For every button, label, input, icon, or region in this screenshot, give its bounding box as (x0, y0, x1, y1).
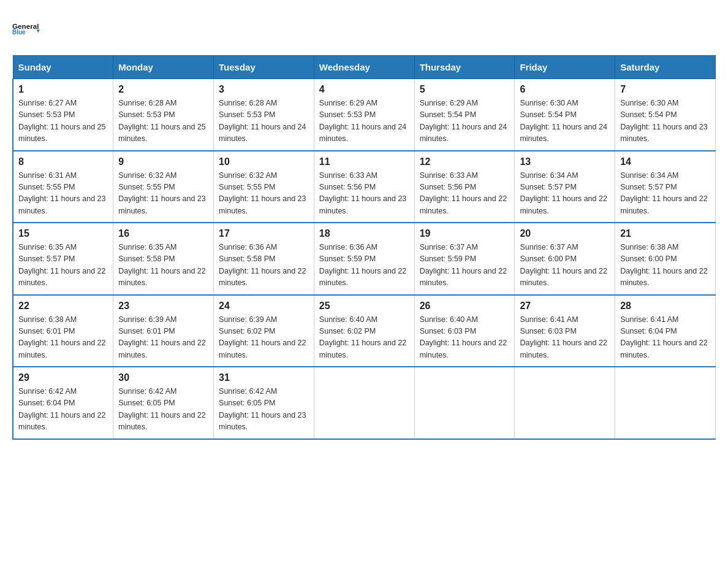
daylight-label: Daylight: 11 hours and 22 minutes. (319, 339, 406, 359)
day-info: Sunrise: 6:39 AM Sunset: 6:01 PM Dayligh… (118, 314, 208, 362)
day-info: Sunrise: 6:42 AM Sunset: 6:05 PM Dayligh… (118, 386, 208, 434)
day-number: 17 (219, 228, 309, 239)
logo: General Blue (12, 12, 43, 43)
svg-marker-1 (37, 29, 40, 33)
calendar-cell: 24 Sunrise: 6:39 AM Sunset: 6:02 PM Dayl… (214, 295, 314, 367)
calendar-week-row: 22 Sunrise: 6:38 AM Sunset: 6:01 PM Dayl… (13, 295, 716, 367)
daylight-label: Daylight: 11 hours and 24 minutes. (219, 123, 306, 143)
day-info: Sunrise: 6:32 AM Sunset: 5:55 PM Dayligh… (118, 170, 208, 218)
daylight-label: Daylight: 11 hours and 22 minutes. (620, 339, 707, 359)
daylight-label: Daylight: 11 hours and 22 minutes. (420, 194, 507, 215)
daylight-label: Daylight: 11 hours and 22 minutes. (18, 339, 105, 359)
daylight-label: Daylight: 11 hours and 25 minutes. (18, 123, 105, 143)
day-number: 31 (219, 372, 309, 383)
day-info: Sunrise: 6:38 AM Sunset: 6:01 PM Dayligh… (18, 314, 108, 362)
calendar-cell: 13 Sunrise: 6:34 AM Sunset: 5:57 PM Dayl… (515, 151, 615, 223)
sunset-label: Sunset: 5:58 PM (118, 255, 175, 263)
daylight-label: Daylight: 11 hours and 24 minutes. (319, 123, 406, 143)
sunset-label: Sunset: 6:01 PM (118, 327, 175, 335)
svg-text:Blue: Blue (12, 29, 26, 36)
sunrise-label: Sunrise: 6:28 AM (219, 99, 277, 107)
day-info: Sunrise: 6:29 AM Sunset: 5:53 PM Dayligh… (319, 98, 409, 145)
day-number: 6 (520, 84, 610, 95)
logo-image: General Blue (12, 12, 43, 43)
sunset-label: Sunset: 6:02 PM (319, 327, 376, 335)
sunrise-label: Sunrise: 6:40 AM (319, 315, 377, 324)
daylight-label: Daylight: 11 hours and 22 minutes. (118, 411, 205, 431)
daylight-label: Daylight: 11 hours and 22 minutes. (620, 194, 707, 215)
day-number: 18 (319, 228, 409, 239)
calendar-cell: 10 Sunrise: 6:32 AM Sunset: 5:55 PM Dayl… (214, 151, 314, 223)
daylight-label: Daylight: 11 hours and 23 minutes. (219, 194, 306, 215)
sunset-label: Sunset: 5:55 PM (118, 183, 175, 191)
sunrise-label: Sunrise: 6:35 AM (118, 243, 176, 251)
day-info: Sunrise: 6:40 AM Sunset: 6:03 PM Dayligh… (420, 314, 510, 362)
calendar-week-row: 29 Sunrise: 6:42 AM Sunset: 6:04 PM Dayl… (13, 367, 716, 439)
day-number: 14 (620, 156, 710, 167)
day-number: 22 (18, 301, 108, 312)
day-info: Sunrise: 6:33 AM Sunset: 5:56 PM Dayligh… (420, 170, 510, 218)
weekday-header-sunday: Sunday (13, 56, 113, 79)
calendar-cell: 29 Sunrise: 6:42 AM Sunset: 6:04 PM Dayl… (13, 367, 113, 439)
sunrise-label: Sunrise: 6:34 AM (520, 171, 578, 180)
daylight-label: Daylight: 11 hours and 22 minutes. (219, 267, 306, 287)
sunrise-label: Sunrise: 6:33 AM (420, 171, 478, 180)
daylight-label: Daylight: 11 hours and 22 minutes. (118, 267, 205, 287)
calendar-cell: 21 Sunrise: 6:38 AM Sunset: 6:00 PM Dayl… (615, 223, 716, 295)
day-info: Sunrise: 6:36 AM Sunset: 5:58 PM Dayligh… (219, 242, 309, 289)
sunset-label: Sunset: 5:57 PM (18, 255, 75, 263)
sunrise-label: Sunrise: 6:34 AM (620, 171, 678, 180)
sunrise-label: Sunrise: 6:33 AM (319, 171, 377, 180)
day-info: Sunrise: 6:29 AM Sunset: 5:54 PM Dayligh… (420, 98, 510, 145)
day-info: Sunrise: 6:42 AM Sunset: 6:04 PM Dayligh… (18, 386, 108, 434)
calendar-cell: 12 Sunrise: 6:33 AM Sunset: 5:56 PM Dayl… (414, 151, 515, 223)
day-number: 10 (219, 156, 309, 167)
calendar-cell: 18 Sunrise: 6:36 AM Sunset: 5:59 PM Dayl… (314, 223, 414, 295)
calendar-cell: 8 Sunrise: 6:31 AM Sunset: 5:55 PM Dayli… (13, 151, 113, 223)
sunrise-label: Sunrise: 6:28 AM (118, 99, 176, 107)
sunrise-label: Sunrise: 6:39 AM (118, 315, 176, 324)
calendar-cell: 20 Sunrise: 6:37 AM Sunset: 6:00 PM Dayl… (515, 223, 615, 295)
day-info: Sunrise: 6:28 AM Sunset: 5:53 PM Dayligh… (118, 98, 208, 145)
calendar-cell: 1 Sunrise: 6:27 AM Sunset: 5:53 PM Dayli… (13, 79, 113, 151)
calendar-cell: 16 Sunrise: 6:35 AM Sunset: 5:58 PM Dayl… (113, 223, 214, 295)
sunset-label: Sunset: 6:01 PM (18, 327, 75, 335)
day-info: Sunrise: 6:40 AM Sunset: 6:02 PM Dayligh… (319, 314, 409, 362)
daylight-label: Daylight: 11 hours and 23 minutes. (319, 194, 406, 215)
daylight-label: Daylight: 11 hours and 22 minutes. (620, 267, 707, 287)
calendar-cell: 5 Sunrise: 6:29 AM Sunset: 5:54 PM Dayli… (414, 79, 515, 151)
daylight-label: Daylight: 11 hours and 25 minutes. (118, 123, 205, 143)
day-info: Sunrise: 6:37 AM Sunset: 6:00 PM Dayligh… (520, 242, 610, 289)
sunrise-label: Sunrise: 6:42 AM (18, 387, 77, 396)
day-number: 4 (319, 84, 409, 95)
calendar-cell: 26 Sunrise: 6:40 AM Sunset: 6:03 PM Dayl… (414, 295, 515, 367)
daylight-label: Daylight: 11 hours and 23 minutes. (219, 411, 306, 431)
sunset-label: Sunset: 5:53 PM (319, 110, 376, 119)
weekday-header-monday: Monday (113, 56, 214, 79)
day-info: Sunrise: 6:41 AM Sunset: 6:04 PM Dayligh… (620, 314, 710, 362)
daylight-label: Daylight: 11 hours and 24 minutes. (520, 123, 607, 143)
day-info: Sunrise: 6:34 AM Sunset: 5:57 PM Dayligh… (520, 170, 610, 218)
day-number: 28 (620, 301, 710, 312)
day-number: 3 (219, 84, 309, 95)
sunrise-label: Sunrise: 6:32 AM (219, 171, 277, 180)
daylight-label: Daylight: 11 hours and 22 minutes. (118, 339, 205, 359)
day-number: 1 (18, 84, 108, 95)
daylight-label: Daylight: 11 hours and 22 minutes. (219, 339, 306, 359)
calendar-cell: 9 Sunrise: 6:32 AM Sunset: 5:55 PM Dayli… (113, 151, 214, 223)
day-number: 19 (420, 228, 510, 239)
sunset-label: Sunset: 6:00 PM (620, 255, 677, 263)
day-info: Sunrise: 6:41 AM Sunset: 6:03 PM Dayligh… (520, 314, 610, 362)
daylight-label: Daylight: 11 hours and 22 minutes. (319, 267, 406, 287)
day-info: Sunrise: 6:32 AM Sunset: 5:55 PM Dayligh… (219, 170, 309, 218)
sunrise-label: Sunrise: 6:37 AM (420, 243, 478, 251)
calendar-header: SundayMondayTuesdayWednesdayThursdayFrid… (13, 56, 716, 79)
sunrise-label: Sunrise: 6:30 AM (620, 99, 678, 107)
calendar-cell: 15 Sunrise: 6:35 AM Sunset: 5:57 PM Dayl… (13, 223, 113, 295)
daylight-label: Daylight: 11 hours and 24 minutes. (420, 123, 507, 143)
sunset-label: Sunset: 5:54 PM (520, 110, 576, 119)
day-info: Sunrise: 6:35 AM Sunset: 5:58 PM Dayligh… (118, 242, 208, 289)
daylight-label: Daylight: 11 hours and 22 minutes. (520, 194, 607, 215)
day-number: 7 (620, 84, 710, 95)
day-number: 15 (18, 228, 108, 239)
